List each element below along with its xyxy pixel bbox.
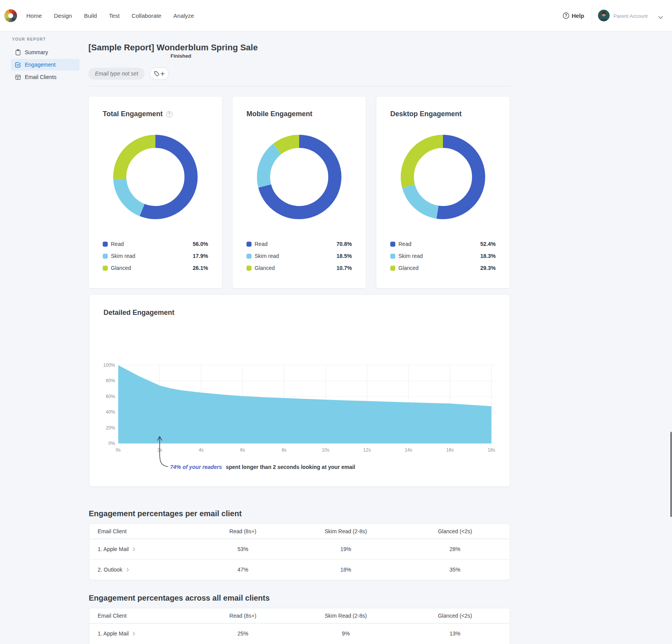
svg-text:40%: 40% (106, 409, 115, 415)
svg-text:74% of your readers spen: 74% of your readers spent longer than 2 … (170, 464, 355, 470)
nav-item-test[interactable]: Test (109, 12, 120, 19)
svg-text:?: ? (565, 14, 567, 18)
svg-text:12s: 12s (363, 447, 370, 453)
legend-color-chip (390, 266, 395, 271)
legend-color-chip (103, 254, 108, 259)
top-navbar: Home Design Build Test Collaborate Analy… (0, 0, 672, 31)
card-title: Total Engagement (103, 110, 163, 118)
column-header: Email Client (90, 613, 195, 619)
table-header-row: Email ClientRead (8s+)Skim Read (2-8s)Gl… (90, 524, 510, 539)
brand-pinwheel-logo[interactable] (4, 9, 17, 22)
legend-item: Read70.8% (246, 241, 352, 247)
sidebar-item-summary[interactable]: Summary (11, 46, 79, 58)
column-header: Glanced (<2s) (400, 528, 510, 534)
legend-value: 52.4% (480, 241, 496, 247)
email-client-label: 1. Apple Mail (98, 546, 129, 552)
main-nav: Home Design Build Test Collaborate Analy… (26, 0, 194, 31)
legend-value: 29.3% (480, 265, 496, 271)
desktop-engagement-card: Desktop Engagement Read52.4%Skim read18.… (376, 96, 510, 289)
glanced-value: 28% (400, 546, 510, 552)
chevron-right-icon (133, 632, 135, 636)
page-title: [Sample Report] Wonderblum Spring Sale (88, 43, 258, 53)
annotation-highlight: 74% of your readers (170, 464, 222, 470)
nav-item-collaborate[interactable]: Collaborate (132, 12, 162, 19)
email-client-cell[interactable]: 2. Outlook (90, 567, 195, 573)
help-icon: ? (563, 12, 569, 19)
legend-label: Glanced (398, 265, 419, 271)
legend-value: 56.0% (193, 241, 208, 247)
card-title: Detailed Engagement (103, 309, 174, 317)
svg-text:6s: 6s (240, 447, 245, 453)
legend-color-chip (103, 242, 108, 247)
nav-item-home[interactable]: Home (26, 12, 42, 19)
sidebar-item-email-clients[interactable]: Email Clients (11, 71, 79, 83)
legend-label: Skim read (398, 253, 423, 259)
svg-text:100%: 100% (103, 362, 115, 368)
legend-label: Read (398, 241, 411, 247)
donut-chart-desktop (401, 135, 485, 221)
legend-item: Read56.0% (103, 241, 208, 247)
read-value: 53% (195, 546, 291, 552)
svg-text:10s: 10s (322, 447, 329, 453)
engagement-cards-row: Total Engagement ? Read56.0%Skim read17.… (88, 96, 510, 289)
legend-value: 10.7% (336, 265, 352, 271)
legend-label: Skim read (111, 253, 135, 259)
glanced-value: 35% (400, 567, 510, 573)
total-engagement-card: Total Engagement ? Read56.0%Skim read17.… (88, 96, 222, 289)
legend-item: Read52.4% (390, 241, 496, 247)
legend-color-chip (246, 266, 252, 271)
legend-item: Glanced26.1% (103, 265, 208, 271)
legend-label: Read (255, 241, 267, 247)
annotation-text: spent longer than 2 seconds looking at y… (226, 464, 355, 470)
skim-value: 19% (291, 546, 400, 552)
per-client-table: Email ClientRead (8s+)Skim Read (2-8s)Gl… (89, 524, 510, 580)
card-title: Desktop Engagement (390, 110, 462, 118)
nav-item-design[interactable]: Design (54, 12, 72, 19)
help-button[interactable]: ? Help (563, 0, 584, 31)
checkbox-check-icon (15, 62, 21, 68)
read-value: 25% (195, 630, 291, 637)
skim-value: 18% (291, 567, 400, 573)
tag-icon (154, 71, 159, 76)
table-row[interactable]: 2. Outlook47%18%35% (90, 560, 510, 580)
table-row[interactable]: 1. Apple Mail53%19%28% (90, 539, 510, 560)
email-client-cell[interactable]: 1. Apple Mail (90, 630, 195, 637)
svg-text:16s: 16s (446, 447, 453, 453)
avatar[interactable] (598, 10, 610, 21)
clipboard-icon (15, 49, 21, 55)
plus-icon (160, 72, 165, 76)
email-type-tag[interactable]: Email type not set (88, 68, 145, 80)
column-header: Email Client (90, 528, 195, 534)
legend-color-chip (390, 242, 395, 247)
chevron-down-icon[interactable] (658, 14, 663, 21)
sidebar-section-label: YOUR REPORT (12, 37, 46, 41)
section-heading-all-clients: Engagement percentages across all email … (89, 594, 270, 603)
scrollbar-thumb[interactable] (670, 432, 672, 517)
donut-chart-total (113, 135, 198, 221)
svg-text:0%: 0% (109, 441, 115, 446)
svg-text:60%: 60% (106, 394, 115, 399)
account-name[interactable]: Parent Account (613, 13, 648, 19)
column-header: Skim Read (2-8s) (291, 528, 400, 534)
header-divider (88, 86, 510, 86)
section-heading-per-client: Engagement percentages per email client (89, 509, 242, 518)
all-clients-table: Email ClientRead (8s+)Skim Read (2-8s)Gl… (89, 608, 510, 644)
table-row[interactable]: 1. Apple Mail25%9%13% (90, 623, 510, 644)
legend-label: Read (111, 241, 124, 247)
add-tag-button[interactable] (150, 67, 169, 80)
nav-item-analyze[interactable]: Analyze (173, 12, 194, 19)
legend-value: 70.8% (336, 241, 352, 247)
sidebar-item-engagement[interactable]: Engagement (11, 59, 79, 70)
nav-item-build[interactable]: Build (84, 12, 97, 19)
tag-row: Email type not set (88, 67, 169, 80)
sidebar-item-label: Email Clients (25, 74, 57, 80)
donut-legend: Read70.8%Skim read18.5%Glanced10.7% (246, 241, 352, 277)
svg-text:20%: 20% (106, 425, 115, 431)
legend-color-chip (246, 242, 252, 247)
help-label: Help (572, 12, 584, 19)
email-client-cell[interactable]: 1. Apple Mail (90, 546, 195, 552)
legend-item: Skim read18.3% (390, 253, 496, 259)
svg-text:4s: 4s (199, 447, 204, 453)
read-value: 47% (195, 567, 291, 573)
help-tooltip-icon[interactable]: ? (166, 111, 172, 117)
